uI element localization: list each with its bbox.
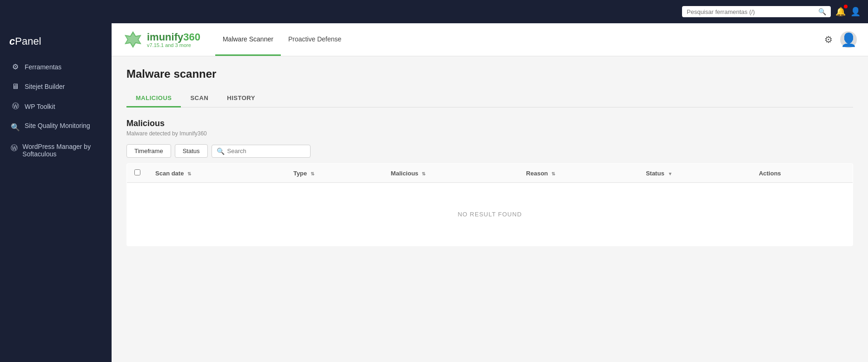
sort-icon-malicious: ⇅ <box>422 171 425 176</box>
sidebar-item-label: WordPress Manager by Softaculous <box>22 143 102 158</box>
content-area: imunify360 v7.15.1 and 3 more Malware Sc… <box>112 23 868 362</box>
col-status[interactable]: Status ▼ <box>638 164 751 183</box>
no-result-message: NO RESULT FOUND <box>127 183 853 246</box>
sitejet-icon: 🖥 <box>11 82 20 91</box>
col-actions: Actions <box>751 164 853 183</box>
sort-icon-type: ⇅ <box>311 171 314 176</box>
section-title: Malicious <box>126 119 853 128</box>
sidebar-item-wptoolkit[interactable]: Ⓦ WP Toolkit <box>0 96 112 116</box>
sub-tab-malicious[interactable]: MALICIOUS <box>126 90 181 107</box>
ferramentas-icon: ⚙ <box>11 62 20 71</box>
imunify-header: imunify360 v7.15.1 and 3 more Malware Sc… <box>112 23 868 56</box>
col-type[interactable]: Type ⇅ <box>286 164 384 183</box>
wordpress-icon: Ⓦ <box>11 144 18 153</box>
sub-tab-scan[interactable]: SCAN <box>181 90 218 107</box>
sidebar-item-sitejet[interactable]: 🖥 Sitejet Builder <box>0 77 112 96</box>
settings-icon[interactable]: ⚙ <box>824 34 833 45</box>
sidebar-item-label: Ferramentas <box>25 63 61 71</box>
main-layout: cPanel ⚙ Ferramentas 🖥 Sitejet Builder Ⓦ… <box>0 23 868 362</box>
sub-tabs: MALICIOUS SCAN HISTORY <box>126 90 853 107</box>
imunify-logo: imunify360 v7.15.1 and 3 more <box>123 29 200 50</box>
section-subtitle: Malware detected by Imunify360 <box>126 130 853 137</box>
timeframe-button[interactable]: Timeframe <box>126 144 171 158</box>
cpanel-logo: cPanel <box>0 31 112 57</box>
tab-proactive-defense[interactable]: Proactive Defense <box>281 23 349 56</box>
notifications-icon[interactable]: 🔔 <box>835 7 846 17</box>
sort-icon-scan-date: ⇅ <box>187 171 191 176</box>
tab-malware-scanner[interactable]: Malware Scanner <box>215 23 281 56</box>
imunify-logo-text: imunify360 <box>147 31 200 43</box>
notification-badge <box>844 5 848 8</box>
imunify-logo-icon <box>123 29 143 50</box>
sub-tab-history[interactable]: HISTORY <box>218 90 265 107</box>
sidebar-item-ferramentas[interactable]: ⚙ Ferramentas <box>0 57 112 77</box>
malicious-table: Scan date ⇅ Type ⇅ Malicious ⇅ Reason <box>126 163 853 246</box>
table-empty-row: NO RESULT FOUND <box>127 183 853 246</box>
status-button[interactable]: Status <box>175 144 208 158</box>
sidebar-item-label: Sitejet Builder <box>25 83 65 90</box>
search-bar[interactable]: 🔍 <box>682 6 831 17</box>
search-input[interactable] <box>687 8 815 15</box>
col-reason[interactable]: Reason ⇅ <box>519 164 639 183</box>
search-box[interactable]: 🔍 <box>212 145 311 158</box>
sidebar-item-label: WP Toolkit <box>25 103 55 110</box>
topbar: 🔍 🔔 👤 <box>0 0 868 23</box>
search-icon: 🔍 <box>818 8 826 15</box>
wptoolkit-icon: Ⓦ <box>11 102 20 111</box>
col-malicious[interactable]: Malicious ⇅ <box>384 164 519 183</box>
inner-content: Malware scanner MALICIOUS SCAN HISTORY M… <box>112 56 868 362</box>
account-icon[interactable]: 👤 <box>840 31 857 48</box>
sidebar-item-sitequality[interactable]: 🔍 Site Quality Monitoring <box>0 116 112 137</box>
sidebar: cPanel ⚙ Ferramentas 🖥 Sitejet Builder Ⓦ… <box>0 23 112 362</box>
search-input[interactable] <box>227 147 305 154</box>
sitequality-icon: 🔍 <box>11 123 20 132</box>
imunify-tabs: Malware Scanner Proactive Defense <box>215 23 349 56</box>
select-all-checkbox[interactable] <box>134 169 140 175</box>
user-icon[interactable]: 👤 <box>850 7 861 17</box>
col-scan-date[interactable]: Scan date ⇅ <box>148 164 286 183</box>
sort-icon-reason: ⇅ <box>551 171 555 176</box>
sidebar-item-wordpress[interactable]: Ⓦ WordPress Manager by Softaculous <box>0 137 112 163</box>
sidebar-item-label: Site Quality Monitoring <box>25 122 90 129</box>
sort-icon-status: ▼ <box>668 171 672 176</box>
page-title: Malware scanner <box>126 67 853 80</box>
select-all-header <box>127 164 148 183</box>
filters-row: Timeframe Status 🔍 <box>126 144 853 158</box>
search-icon: 🔍 <box>217 147 225 155</box>
table-header-row: Scan date ⇅ Type ⇅ Malicious ⇅ Reason <box>127 164 853 183</box>
imunify-header-actions: ⚙ 👤 <box>824 31 857 48</box>
